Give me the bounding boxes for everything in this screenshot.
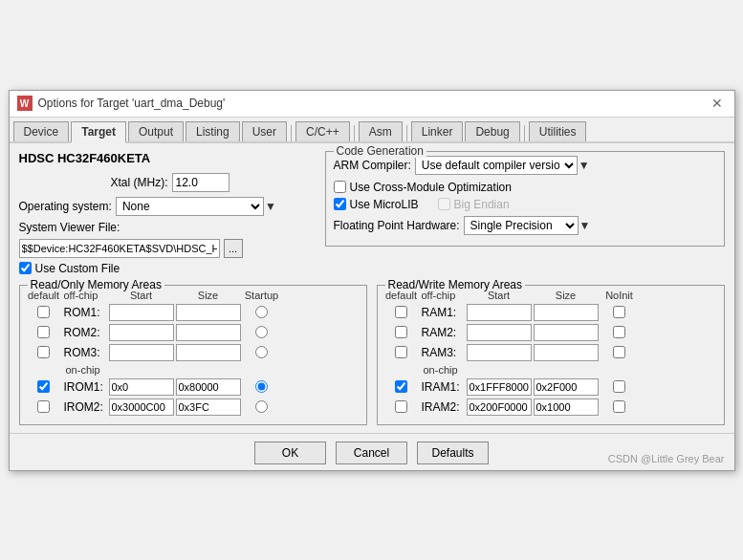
code-gen-panel: Code Generation ARM Compiler: Use defaul… — [325, 151, 725, 279]
cross-module-row: Use Cross-Module Optimization — [334, 181, 716, 194]
ro-rom3-checkbox[interactable] — [37, 346, 50, 358]
tab-output[interactable]: Output — [128, 121, 184, 141]
ro-rom1-start[interactable] — [109, 304, 174, 321]
rw-ram1-noinit[interactable] — [613, 306, 625, 318]
tab-cpp[interactable]: C/C++ — [295, 121, 350, 141]
ro-irom2-start[interactable] — [109, 398, 174, 416]
device-label: HDSC HC32F460KETA — [19, 151, 316, 165]
rw-iram1-checkbox[interactable] — [395, 380, 407, 393]
rw-ram3-noinit[interactable] — [613, 346, 625, 358]
top-section: HDSC HC32F460KETA Xtal (MHz): Operating … — [19, 151, 725, 279]
ro-irom1-start[interactable] — [109, 378, 174, 396]
svf-label-row: System Viewer File: — [19, 221, 316, 234]
ro-irom2-startup[interactable] — [255, 400, 268, 413]
ro-rom1-label: ROM1: — [64, 306, 107, 319]
ro-rom2-start[interactable] — [109, 324, 174, 341]
ro-irom1-startup[interactable] — [255, 380, 268, 393]
rw-ram1-checkbox[interactable] — [395, 306, 407, 318]
ro-irom1-checkbox[interactable] — [37, 380, 50, 393]
tab-user[interactable]: User — [242, 121, 287, 141]
ro-irom2-checkbox[interactable] — [37, 400, 50, 413]
os-select[interactable]: None — [116, 197, 264, 216]
ro-irom2-label: IROM2: — [64, 400, 107, 414]
rw-ram3-start[interactable] — [467, 344, 532, 361]
ro-rom1-size[interactable] — [176, 304, 241, 321]
read-write-title: Read/Write Memory Areas — [385, 278, 526, 291]
ro-rom3-start[interactable] — [109, 344, 174, 361]
watermark: CSDN @Little Grey Bear — [608, 453, 725, 464]
microlib-checkbox[interactable] — [334, 198, 346, 210]
ro-onchip-divider: on-chip — [26, 364, 361, 376]
float-point-row: Floating Point Hardware: Single Precisio… — [334, 216, 716, 235]
ro-rom2-startup[interactable] — [255, 326, 268, 338]
rw-ram3-label: RAM3: — [422, 346, 465, 359]
ro-rom2-size[interactable] — [176, 324, 241, 341]
tabs-bar: Device Target Output Listing User C/C++ … — [10, 118, 734, 143]
rw-ram2-noinit[interactable] — [613, 326, 625, 338]
rw-col-noinit: NoInit — [601, 290, 639, 301]
tab-debug[interactable]: Debug — [465, 121, 519, 141]
code-gen-title: Code Generation — [334, 144, 426, 158]
rw-iram1-start[interactable] — [467, 378, 532, 396]
arm-compiler-label: ARM Compiler: — [334, 159, 411, 172]
system-viewer-input[interactable] — [19, 239, 220, 258]
cross-module-checkbox[interactable] — [334, 181, 346, 193]
custom-file-row: Use Custom File — [19, 262, 316, 275]
ro-irom1-label: IROM1: — [64, 380, 107, 394]
rw-iram2-start[interactable] — [467, 398, 532, 416]
rw-iram2-checkbox[interactable] — [395, 400, 407, 413]
rw-iram2-size[interactable] — [534, 398, 599, 416]
rw-ram1-start[interactable] — [467, 304, 532, 321]
read-only-title: Read/Only Memory Areas — [28, 278, 164, 291]
browse-button[interactable]: ... — [224, 239, 243, 258]
xtal-row: Xtal (MHz): — [19, 173, 316, 192]
button-row: OK Cancel Defaults — [10, 433, 734, 470]
ro-irom2-size[interactable] — [176, 398, 241, 416]
rw-ram2-checkbox[interactable] — [395, 326, 407, 338]
ro-rom1-startup[interactable] — [255, 306, 268, 318]
tab-utilities[interactable]: Utilities — [529, 121, 587, 141]
cancel-button[interactable]: Cancel — [336, 442, 407, 464]
xtal-input[interactable] — [172, 173, 229, 192]
ok-button[interactable]: OK — [254, 442, 326, 464]
os-row: Operating system: None ▼ — [19, 197, 316, 216]
tab-target[interactable]: Target — [71, 121, 126, 143]
rw-iram2-row: IRAM2: — [383, 398, 718, 416]
read-write-memory-box: Read/Write Memory Areas default off-chip… — [377, 285, 725, 425]
ro-rom1-row: ROM1: — [26, 304, 361, 321]
ro-rom3-startup[interactable] — [255, 346, 268, 358]
rw-iram2-label: IRAM2: — [422, 400, 465, 414]
rw-iram1-noinit[interactable] — [613, 380, 625, 393]
float-point-select[interactable]: Single Precision — [464, 216, 579, 235]
rw-iram2-noinit[interactable] — [613, 400, 625, 413]
big-endian-checkbox[interactable] — [438, 198, 450, 210]
ro-col-size: Size — [176, 290, 241, 301]
tab-linker[interactable]: Linker — [411, 121, 464, 141]
rw-ram3-checkbox[interactable] — [395, 346, 407, 358]
ro-rom3-row: ROM3: — [26, 344, 361, 361]
ro-rom3-size[interactable] — [176, 344, 241, 361]
ro-rom1-checkbox[interactable] — [37, 306, 50, 318]
close-button[interactable]: ✕ — [708, 94, 727, 113]
rw-ram2-start[interactable] — [467, 324, 532, 341]
tab-asm[interactable]: Asm — [359, 121, 403, 141]
xtal-label: Xtal (MHz): — [19, 176, 172, 189]
tab-device[interactable]: Device — [13, 121, 70, 141]
tab-listing[interactable]: Listing — [186, 121, 240, 141]
ro-rom2-checkbox[interactable] — [37, 326, 50, 338]
arm-compiler-select[interactable]: Use default compiler version 5 — [415, 156, 578, 175]
left-top-panel: HDSC HC32F460KETA Xtal (MHz): Operating … — [19, 151, 316, 279]
defaults-button[interactable]: Defaults — [417, 442, 489, 464]
content-area: HDSC HC32F460KETA Xtal (MHz): Operating … — [10, 143, 734, 433]
use-custom-checkbox[interactable] — [19, 262, 32, 274]
rw-ram2-size[interactable] — [534, 324, 599, 341]
rw-ram3-size[interactable] — [534, 344, 599, 361]
rw-ram2-row: RAM2: — [383, 324, 718, 341]
memory-section: Read/Only Memory Areas default off-chip … — [19, 285, 725, 425]
rw-ram1-label: RAM1: — [422, 306, 465, 319]
rw-ram1-size[interactable] — [534, 304, 599, 321]
rw-iram1-size[interactable] — [534, 378, 599, 396]
rw-ram2-label: RAM2: — [422, 326, 465, 339]
title-bar-left: W Options for Target 'uart_dma_Debug' — [17, 96, 226, 111]
ro-irom1-size[interactable] — [176, 378, 241, 396]
